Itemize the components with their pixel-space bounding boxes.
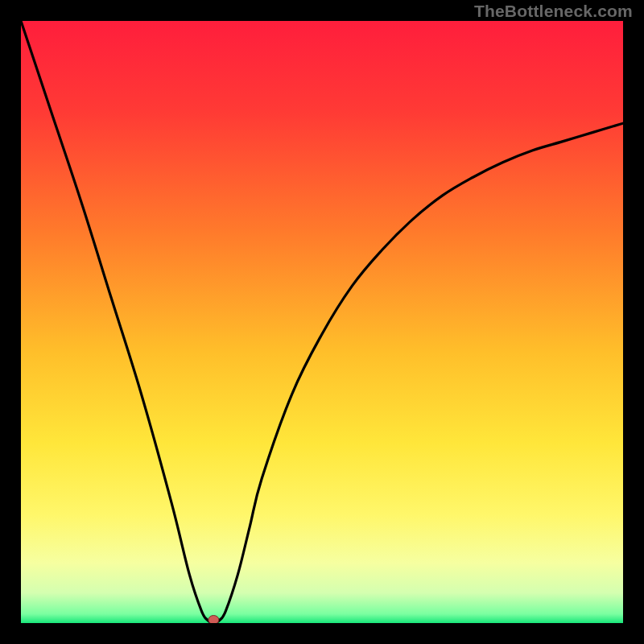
bottleneck-chart bbox=[21, 21, 623, 623]
watermark-text: TheBottleneck.com bbox=[474, 2, 633, 21]
chart-frame: TheBottleneck.com bbox=[0, 0, 644, 644]
gradient-background bbox=[21, 21, 623, 623]
optimal-point-marker bbox=[208, 616, 219, 624]
